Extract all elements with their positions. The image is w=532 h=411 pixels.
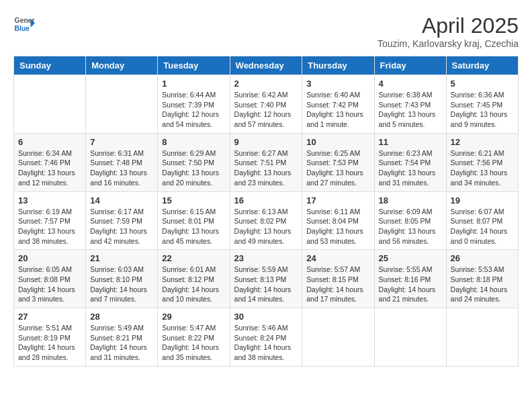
day-number: 19 bbox=[451, 195, 514, 205]
day-info: Sunrise: 6:17 AM Sunset: 7:59 PM Dayligh… bbox=[90, 207, 153, 246]
day-number: 12 bbox=[451, 137, 514, 147]
day-info: Sunrise: 6:05 AM Sunset: 8:08 PM Dayligh… bbox=[18, 265, 81, 304]
logo-icon: General Blue bbox=[13, 13, 35, 35]
day-number: 30 bbox=[234, 312, 298, 322]
day-info: Sunrise: 6:19 AM Sunset: 7:57 PM Dayligh… bbox=[18, 207, 81, 246]
weekday-header-row: SundayMondayTuesdayWednesdayThursdayFrid… bbox=[14, 56, 519, 75]
weekday-header-monday: Monday bbox=[86, 56, 158, 75]
calendar-cell: 3Sunrise: 6:40 AM Sunset: 7:42 PM Daylig… bbox=[302, 75, 374, 134]
day-info: Sunrise: 5:57 AM Sunset: 8:15 PM Dayligh… bbox=[306, 265, 369, 304]
day-info: Sunrise: 6:42 AM Sunset: 7:40 PM Dayligh… bbox=[234, 90, 298, 130]
calendar-cell: 11Sunrise: 6:23 AM Sunset: 7:54 PM Dayli… bbox=[374, 133, 446, 191]
day-number: 13 bbox=[18, 195, 81, 205]
calendar-cell: 19Sunrise: 6:07 AM Sunset: 8:07 PM Dayli… bbox=[446, 191, 518, 250]
day-number: 26 bbox=[451, 253, 514, 263]
weekday-header-wednesday: Wednesday bbox=[230, 56, 302, 75]
calendar-cell: 20Sunrise: 6:05 AM Sunset: 8:08 PM Dayli… bbox=[14, 250, 86, 308]
calendar-cell: 18Sunrise: 6:09 AM Sunset: 8:05 PM Dayli… bbox=[374, 191, 446, 250]
day-info: Sunrise: 6:38 AM Sunset: 7:43 PM Dayligh… bbox=[379, 90, 442, 130]
weekday-header-sunday: Sunday bbox=[14, 56, 86, 75]
day-info: Sunrise: 5:51 AM Sunset: 8:19 PM Dayligh… bbox=[18, 323, 81, 363]
calendar-cell: 16Sunrise: 6:13 AM Sunset: 8:02 PM Dayli… bbox=[230, 191, 302, 250]
calendar-cell: 12Sunrise: 6:21 AM Sunset: 7:56 PM Dayli… bbox=[446, 133, 518, 191]
calendar-cell: 7Sunrise: 6:31 AM Sunset: 7:48 PM Daylig… bbox=[86, 133, 158, 191]
calendar-cell bbox=[14, 75, 86, 134]
day-number: 2 bbox=[234, 79, 298, 89]
day-number: 27 bbox=[18, 312, 81, 322]
calendar-table: SundayMondayTuesdayWednesdayThursdayFrid… bbox=[13, 56, 519, 367]
calendar-cell: 29Sunrise: 5:47 AM Sunset: 8:22 PM Dayli… bbox=[158, 308, 230, 367]
day-number: 9 bbox=[234, 137, 298, 147]
day-number: 15 bbox=[162, 195, 225, 205]
day-info: Sunrise: 6:36 AM Sunset: 7:45 PM Dayligh… bbox=[451, 90, 514, 130]
week-row-4: 20Sunrise: 6:05 AM Sunset: 8:08 PM Dayli… bbox=[14, 250, 519, 308]
day-number: 22 bbox=[162, 253, 225, 263]
day-number: 16 bbox=[234, 195, 298, 205]
calendar-cell: 8Sunrise: 6:29 AM Sunset: 7:50 PM Daylig… bbox=[158, 133, 230, 191]
day-info: Sunrise: 5:49 AM Sunset: 8:21 PM Dayligh… bbox=[90, 323, 153, 363]
calendar-cell: 2Sunrise: 6:42 AM Sunset: 7:40 PM Daylig… bbox=[230, 75, 302, 134]
day-number: 21 bbox=[90, 253, 153, 263]
calendar-cell: 26Sunrise: 5:53 AM Sunset: 8:18 PM Dayli… bbox=[446, 250, 518, 308]
weekday-header-tuesday: Tuesday bbox=[158, 56, 230, 75]
day-info: Sunrise: 6:21 AM Sunset: 7:56 PM Dayligh… bbox=[451, 148, 514, 188]
day-number: 20 bbox=[18, 253, 81, 263]
day-number: 11 bbox=[379, 137, 442, 147]
calendar-cell: 1Sunrise: 6:44 AM Sunset: 7:39 PM Daylig… bbox=[158, 75, 230, 134]
calendar-cell: 6Sunrise: 6:34 AM Sunset: 7:46 PM Daylig… bbox=[14, 133, 86, 191]
calendar-cell: 23Sunrise: 5:59 AM Sunset: 8:13 PM Dayli… bbox=[230, 250, 302, 308]
svg-text:Blue: Blue bbox=[15, 25, 30, 32]
day-info: Sunrise: 5:59 AM Sunset: 8:13 PM Dayligh… bbox=[234, 265, 298, 304]
calendar-cell: 27Sunrise: 5:51 AM Sunset: 8:19 PM Dayli… bbox=[14, 308, 86, 367]
week-row-1: 1Sunrise: 6:44 AM Sunset: 7:39 PM Daylig… bbox=[14, 75, 519, 134]
day-info: Sunrise: 6:31 AM Sunset: 7:48 PM Dayligh… bbox=[90, 148, 153, 188]
calendar-cell bbox=[446, 308, 518, 367]
title-block: April 2025 Touzim, Karlovarsky kraj, Cze… bbox=[378, 13, 519, 49]
day-info: Sunrise: 6:40 AM Sunset: 7:42 PM Dayligh… bbox=[306, 90, 369, 130]
day-info: Sunrise: 6:07 AM Sunset: 8:07 PM Dayligh… bbox=[451, 207, 514, 246]
day-number: 18 bbox=[379, 195, 442, 205]
day-number: 25 bbox=[379, 253, 442, 263]
day-number: 8 bbox=[162, 137, 225, 147]
day-number: 7 bbox=[90, 137, 153, 147]
calendar-cell: 10Sunrise: 6:25 AM Sunset: 7:53 PM Dayli… bbox=[302, 133, 374, 191]
day-number: 1 bbox=[162, 79, 225, 89]
day-number: 23 bbox=[234, 253, 298, 263]
weekday-header-saturday: Saturday bbox=[446, 56, 518, 75]
day-number: 29 bbox=[162, 312, 225, 322]
day-number: 4 bbox=[379, 79, 442, 89]
weekday-header-thursday: Thursday bbox=[302, 56, 374, 75]
weekday-header-friday: Friday bbox=[374, 56, 446, 75]
day-number: 10 bbox=[306, 137, 369, 147]
day-number: 3 bbox=[306, 79, 369, 89]
calendar-cell: 21Sunrise: 6:03 AM Sunset: 8:10 PM Dayli… bbox=[86, 250, 158, 308]
calendar-cell bbox=[86, 75, 158, 134]
calendar-cell bbox=[374, 308, 446, 367]
logo: General Blue bbox=[13, 13, 38, 35]
day-info: Sunrise: 6:13 AM Sunset: 8:02 PM Dayligh… bbox=[234, 207, 298, 246]
day-info: Sunrise: 6:27 AM Sunset: 7:51 PM Dayligh… bbox=[234, 148, 298, 188]
day-info: Sunrise: 5:53 AM Sunset: 8:18 PM Dayligh… bbox=[451, 265, 514, 304]
day-number: 28 bbox=[90, 312, 153, 322]
day-info: Sunrise: 6:11 AM Sunset: 8:04 PM Dayligh… bbox=[306, 207, 369, 246]
day-info: Sunrise: 6:29 AM Sunset: 7:50 PM Dayligh… bbox=[162, 148, 225, 188]
day-info: Sunrise: 5:46 AM Sunset: 8:24 PM Dayligh… bbox=[234, 323, 298, 363]
week-row-3: 13Sunrise: 6:19 AM Sunset: 7:57 PM Dayli… bbox=[14, 191, 519, 250]
calendar-cell: 14Sunrise: 6:17 AM Sunset: 7:59 PM Dayli… bbox=[86, 191, 158, 250]
day-info: Sunrise: 6:34 AM Sunset: 7:46 PM Dayligh… bbox=[18, 148, 81, 188]
day-info: Sunrise: 6:15 AM Sunset: 8:01 PM Dayligh… bbox=[162, 207, 225, 246]
calendar-cell: 9Sunrise: 6:27 AM Sunset: 7:51 PM Daylig… bbox=[230, 133, 302, 191]
day-info: Sunrise: 6:44 AM Sunset: 7:39 PM Dayligh… bbox=[162, 90, 225, 130]
calendar-cell: 15Sunrise: 6:15 AM Sunset: 8:01 PM Dayli… bbox=[158, 191, 230, 250]
calendar-cell: 17Sunrise: 6:11 AM Sunset: 8:04 PM Dayli… bbox=[302, 191, 374, 250]
calendar-cell: 24Sunrise: 5:57 AM Sunset: 8:15 PM Dayli… bbox=[302, 250, 374, 308]
day-number: 24 bbox=[306, 253, 369, 263]
day-info: Sunrise: 6:25 AM Sunset: 7:53 PM Dayligh… bbox=[306, 148, 369, 188]
calendar-cell: 30Sunrise: 5:46 AM Sunset: 8:24 PM Dayli… bbox=[230, 308, 302, 367]
day-info: Sunrise: 5:47 AM Sunset: 8:22 PM Dayligh… bbox=[162, 323, 225, 363]
month-title: April 2025 bbox=[378, 13, 519, 38]
week-row-2: 6Sunrise: 6:34 AM Sunset: 7:46 PM Daylig… bbox=[14, 133, 519, 191]
day-info: Sunrise: 5:55 AM Sunset: 8:16 PM Dayligh… bbox=[379, 265, 442, 304]
day-info: Sunrise: 6:01 AM Sunset: 8:12 PM Dayligh… bbox=[162, 265, 225, 304]
day-info: Sunrise: 6:09 AM Sunset: 8:05 PM Dayligh… bbox=[379, 207, 442, 246]
